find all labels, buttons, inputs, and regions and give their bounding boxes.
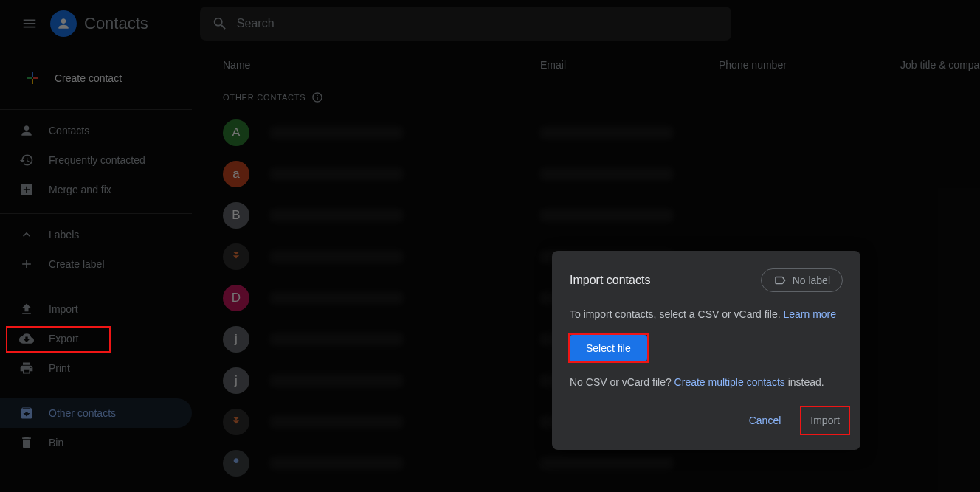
- dialog-title: Import contacts: [570, 274, 749, 287]
- create-multiple-link[interactable]: Create multiple contacts: [674, 376, 785, 388]
- no-label-chip[interactable]: No label: [761, 268, 843, 292]
- import-button[interactable]: Import: [807, 409, 843, 432]
- learn-more-link[interactable]: Learn more: [783, 308, 836, 320]
- cancel-button[interactable]: Cancel: [746, 409, 784, 432]
- no-label-text: No label: [793, 274, 830, 286]
- select-file-button[interactable]: Select file: [570, 335, 647, 361]
- label-icon: [773, 274, 787, 287]
- import-contacts-dialog: Import contacts No label To import conta…: [552, 251, 860, 450]
- dialog-instruction: To import contacts, select a CSV or vCar…: [570, 307, 843, 322]
- dialog-alt-text: No CSV or vCard file? Create multiple co…: [570, 375, 843, 389]
